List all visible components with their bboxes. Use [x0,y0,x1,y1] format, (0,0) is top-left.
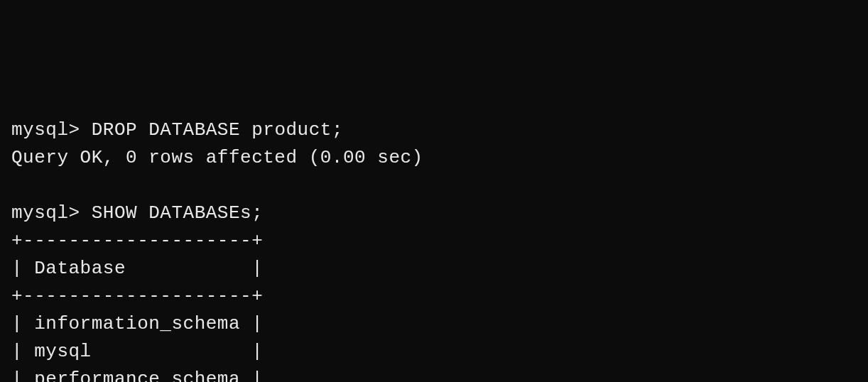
query-result-1: Query OK, 0 rows affected (0.00 sec) [11,144,857,172]
mysql-prompt: mysql> [11,119,80,141]
table-border-mid: +--------------------+ [11,283,857,310]
table-row: | information_schema | [11,310,857,338]
table-row: | mysql | [11,338,857,366]
prompt-line-2: mysql> SHOW DATABASEs; [11,200,857,227]
command-show: SHOW DATABASEs; [92,202,264,224]
command-drop: DROP DATABASE product; [92,119,343,141]
table-header: | Database | [11,255,857,283]
table-border-top: +--------------------+ [11,227,857,255]
table-row: | performance_schema | [11,366,857,382]
blank-line [11,172,857,200]
mysql-prompt: mysql> [11,202,80,224]
prompt-line-1: mysql> DROP DATABASE product; [11,116,857,144]
